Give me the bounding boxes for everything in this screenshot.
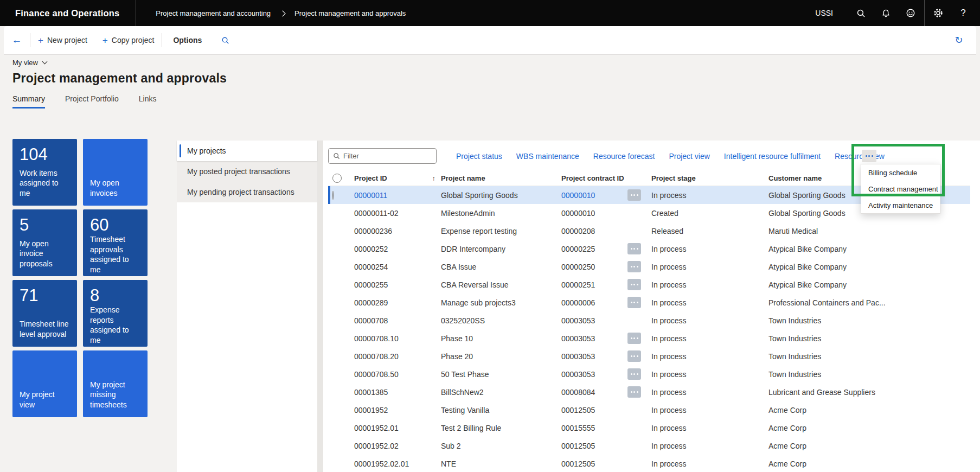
nav-item[interactable]: My posted project transactions xyxy=(177,161,317,182)
cell-project-id[interactable]: 00000289 xyxy=(354,298,441,307)
new-project-button[interactable]: + New project xyxy=(30,26,95,54)
cell-project-id[interactable]: 00000254 xyxy=(354,263,441,271)
cell-project-id[interactable]: 00000708.10 xyxy=(354,334,441,343)
breadcrumb-page[interactable]: Project management and approvals xyxy=(294,9,406,17)
search-icon[interactable] xyxy=(848,0,873,26)
row-more-icon[interactable] xyxy=(627,243,641,254)
cell-project-id[interactable]: 00001952 xyxy=(354,406,441,414)
kpi-tile[interactable]: My project missing timesheets xyxy=(83,350,148,417)
cell-project-contract-id[interactable]: 00012505 xyxy=(561,406,627,414)
table-row[interactable]: 00000289 Manage sub projects3 00000006 I… xyxy=(328,294,970,311)
action-link[interactable]: Intelligent resource fulfilment xyxy=(724,152,821,161)
cell-project-contract-id[interactable]: 00000250 xyxy=(561,263,627,271)
row-more-icon[interactable] xyxy=(627,297,641,308)
row-more-icon[interactable] xyxy=(627,386,641,398)
cell-project-id[interactable]: 00000708 xyxy=(354,316,441,325)
more-actions-icon[interactable] xyxy=(862,150,876,162)
action-link[interactable]: Resource view xyxy=(835,152,885,161)
filter-input[interactable] xyxy=(343,152,432,160)
cell-project-id[interactable]: 00000708.50 xyxy=(354,370,441,379)
table-row[interactable]: 00001952.01 Test 2 Billing Rule 00015555… xyxy=(328,419,970,437)
kpi-tile[interactable]: 71 Timesheet line level approval xyxy=(12,280,77,347)
environment-label[interactable]: USSI xyxy=(815,9,833,17)
column-header-project-stage[interactable]: Project stage xyxy=(651,174,768,182)
table-row[interactable]: 00001952 Testing Vanilla 00012505 In pro… xyxy=(328,401,970,419)
cell-project-id[interactable]: 00000708.20 xyxy=(354,352,441,361)
refresh-icon[interactable]: ↻ xyxy=(950,34,968,46)
kpi-tile[interactable]: 8 Expense reports assigned to me xyxy=(83,280,148,347)
cell-project-contract-id[interactable]: 00003053 xyxy=(561,352,627,361)
cell-project-contract-id[interactable]: 00012505 xyxy=(561,460,627,468)
menu-item[interactable]: Billing schedule xyxy=(861,164,940,181)
action-link[interactable]: Resource forecast xyxy=(593,152,655,161)
menu-item[interactable]: Contract management xyxy=(861,181,940,197)
kpi-tile[interactable]: My open invoices xyxy=(83,139,148,206)
table-row[interactable]: 00000708.10 Phase 10 00003053 In process… xyxy=(328,329,970,347)
row-more-icon[interactable] xyxy=(627,350,641,362)
cell-project-contract-id[interactable]: 00008084 xyxy=(561,388,627,397)
settings-gear-icon[interactable] xyxy=(926,0,951,26)
cell-project-contract-id[interactable]: 00000251 xyxy=(561,280,627,289)
row-more-icon[interactable] xyxy=(627,368,641,380)
table-row[interactable]: 00001385 BillSchNew2 00008084 In process… xyxy=(328,383,970,401)
cell-project-contract-id[interactable]: 00003053 xyxy=(561,370,627,379)
action-link[interactable]: Project status xyxy=(456,152,502,161)
table-row[interactable]: 00000255 CBA Reversal Issue 00000251 In … xyxy=(328,276,970,294)
back-button[interactable]: ← xyxy=(4,34,30,46)
column-header-project-name[interactable]: Project name xyxy=(441,174,561,182)
copy-project-button[interactable]: + Copy project xyxy=(95,26,162,54)
row-more-icon[interactable] xyxy=(627,279,641,290)
breadcrumb-module[interactable]: Project management and accounting xyxy=(156,9,271,17)
cell-project-contract-id[interactable]: 00000208 xyxy=(561,227,627,235)
column-header-project-contract-id[interactable]: Project contract ID xyxy=(561,174,627,182)
table-row[interactable]: 00001952.02 Sub 2 00012505 In process Ac… xyxy=(328,437,970,455)
help-icon[interactable]: ? xyxy=(951,0,976,26)
table-row[interactable]: 00001952.02.01 NTE 00012505 In process A… xyxy=(328,455,970,472)
table-row[interactable]: 00000708.50 50 Test Phase 00003053 In pr… xyxy=(328,365,970,383)
cell-project-id[interactable]: 00001952.01 xyxy=(354,424,441,432)
view-selector[interactable]: My view xyxy=(12,59,227,67)
cell-project-contract-id[interactable]: 00012505 xyxy=(561,442,627,450)
table-row[interactable]: 00000708 03252020SS 00003053 In process … xyxy=(328,311,970,329)
kpi-tile[interactable]: 60 Timesheet approvals assigned to me xyxy=(83,209,148,276)
cell-project-id[interactable]: 00000011-02 xyxy=(354,209,441,218)
row-radio[interactable] xyxy=(332,191,334,200)
filter-field[interactable] xyxy=(328,148,437,164)
row-more-icon[interactable] xyxy=(627,189,641,201)
column-header-project-id[interactable]: Project ID ↑ xyxy=(354,174,441,182)
cell-project-id[interactable]: 00000011 xyxy=(354,191,441,200)
tab[interactable]: Links xyxy=(139,94,157,109)
action-link[interactable]: WBS maintenance xyxy=(516,152,579,161)
cell-project-contract-id[interactable]: 00003053 xyxy=(561,334,627,343)
options-button[interactable]: Options xyxy=(162,26,213,54)
cell-project-contract-id[interactable]: 00015555 xyxy=(561,424,627,432)
cell-project-id[interactable]: 00001952.02 xyxy=(354,442,441,450)
action-link[interactable]: Project view xyxy=(669,152,709,161)
kpi-tile[interactable]: My project view xyxy=(12,350,77,417)
sort-ascending-icon[interactable]: ↑ xyxy=(432,174,436,182)
tab[interactable]: Project Portfolio xyxy=(65,94,119,109)
cell-project-contract-id[interactable]: 00000006 xyxy=(561,298,627,307)
cell-project-contract-id[interactable]: 00000225 xyxy=(561,245,627,253)
cell-project-id[interactable]: 00001952.02.01 xyxy=(354,460,441,468)
cell-project-id[interactable]: 00000252 xyxy=(354,245,441,253)
tab[interactable]: Summary xyxy=(12,94,45,109)
table-row[interactable]: 00000708.20 Phase 20 00003053 In process… xyxy=(328,347,970,365)
cell-project-contract-id[interactable]: 00003053 xyxy=(561,316,627,325)
cell-project-id[interactable]: 000000236 xyxy=(354,227,441,235)
cell-project-id[interactable]: 00000255 xyxy=(354,280,441,289)
row-more-icon[interactable] xyxy=(627,261,641,272)
select-all-radio[interactable] xyxy=(332,174,342,183)
cell-project-id[interactable]: 00001385 xyxy=(354,388,441,397)
cell-project-contract-id[interactable]: 00000010 xyxy=(561,209,627,218)
nav-item[interactable]: My pending project transactions xyxy=(177,182,317,202)
kpi-tile[interactable]: 5 My open invoice proposals xyxy=(12,209,77,276)
kpi-tile[interactable]: 104 Work items assigned to me xyxy=(12,139,77,206)
table-row[interactable]: 00000252 DDR Intercompany 00000225 In pr… xyxy=(328,240,970,258)
table-row[interactable]: 000000236 Expense report testing 0000020… xyxy=(328,222,970,240)
table-row[interactable]: 00000254 CBA Issue 00000250 In process A… xyxy=(328,258,970,276)
nav-item[interactable]: My projects xyxy=(177,141,317,161)
cell-project-contract-id[interactable]: 00000010 xyxy=(561,191,627,200)
notifications-bell-icon[interactable] xyxy=(873,0,898,26)
app-title[interactable]: Finance and Operations xyxy=(0,8,119,18)
